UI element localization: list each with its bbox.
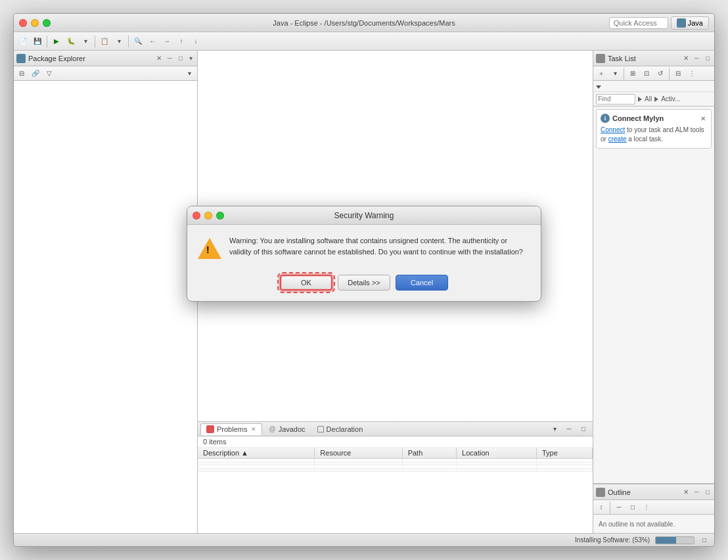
eclipse-window: Java - Eclipse - /Users/stg/Documents/Wo… bbox=[13, 13, 715, 547]
dialog-minimize-btn[interactable] bbox=[204, 212, 212, 220]
cancel-button[interactable]: Cancel bbox=[396, 275, 448, 291]
warning-icon-container bbox=[198, 238, 221, 259]
security-warning-dialog: Security Warning Warning: You are instal… bbox=[187, 206, 541, 302]
dialog-close-btn[interactable] bbox=[193, 212, 200, 220]
details-button[interactable]: Details >> bbox=[338, 275, 390, 291]
dialog-title-bar: Security Warning bbox=[187, 206, 541, 225]
ok-button[interactable]: OK bbox=[280, 275, 332, 291]
dialog-maximize-btn[interactable] bbox=[216, 212, 224, 220]
dialog-body: Warning: You are installing software tha… bbox=[187, 225, 541, 269]
dialog-title: Security Warning bbox=[334, 211, 394, 220]
dialog-overlay: Security Warning Warning: You are instal… bbox=[13, 13, 715, 547]
warning-icon bbox=[198, 238, 221, 259]
dialog-message: Warning: You are installing software tha… bbox=[229, 235, 530, 257]
dialog-traffic-lights bbox=[193, 212, 224, 220]
dialog-footer: OK Details >> Cancel bbox=[187, 269, 541, 301]
